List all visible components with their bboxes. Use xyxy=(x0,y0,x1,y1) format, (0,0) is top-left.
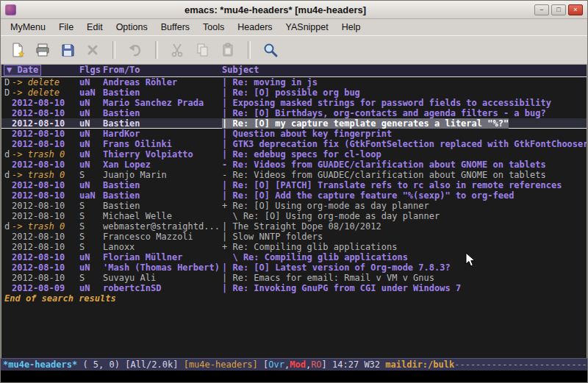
modeline-readonly-flag[interactable]: RO xyxy=(311,359,321,370)
undo-button[interactable] xyxy=(123,39,148,61)
close-buffer-button[interactable] xyxy=(80,39,105,61)
save-button[interactable] xyxy=(55,39,80,61)
undo-icon xyxy=(127,42,143,58)
header-subject[interactable]: Subject xyxy=(222,65,259,76)
close-x-icon xyxy=(85,42,101,58)
modeline-dashes: ----------------------------------------… xyxy=(454,359,587,370)
date-cell: -> trash 0 xyxy=(12,170,79,180)
mark-cell xyxy=(1,190,12,201)
flags-cell: uN xyxy=(79,149,103,160)
subject-cell: + Re: [O] Using org-mode as day planner xyxy=(222,201,429,211)
flags-cell: uN xyxy=(79,108,103,118)
mark-cell xyxy=(1,160,12,170)
modeline-major-mode[interactable]: [mu4e-headers] xyxy=(184,359,263,370)
flags-cell: uaN xyxy=(79,190,103,201)
menu-item-edit[interactable]: Edit xyxy=(80,21,110,34)
close-button[interactable]: × xyxy=(568,4,583,15)
subject-cell: | Question about key fingerprint xyxy=(222,129,392,139)
title-bar[interactable]: emacs: *mu4e-headers* [mu4e-headers] − □… xyxy=(1,1,587,19)
copy-button[interactable] xyxy=(190,39,215,61)
message-row[interactable]: 2012-08-09uNrobertcInSD| Re: Invoking Gn… xyxy=(1,283,587,293)
date-cell: 2012-08-10 xyxy=(12,252,79,262)
sort-column-date[interactable]: ▼ Date xyxy=(1,65,79,76)
subject-cell: | Re: [O] possible org bug xyxy=(222,87,360,98)
message-row[interactable]: D-> deleteuNAndreas Röhler| Re: moving i… xyxy=(1,77,587,87)
flags-cell: S xyxy=(79,242,103,252)
message-row[interactable]: d-> trash 0uNThierry Volpiatto| Re: edeb… xyxy=(1,149,587,160)
cut-button[interactable] xyxy=(165,39,190,61)
menu-item-options[interactable]: Options xyxy=(110,21,154,34)
mark-cell xyxy=(1,129,12,139)
message-row[interactable]: 2012-08-10SMichael Welle \ Re: [O] Using… xyxy=(1,211,587,221)
echo-area[interactable] xyxy=(1,371,587,382)
message-row[interactable]: d-> trash 0Swebmaster@straightd...| The … xyxy=(1,221,587,232)
menu-item-mymenu[interactable]: MyMenu xyxy=(4,21,52,34)
mark-cell: D xyxy=(1,77,12,87)
paste-icon xyxy=(220,42,236,58)
from-cell: Florian Müllner xyxy=(103,252,222,262)
message-row[interactable]: 2012-08-10uNBastien| Re: [O] my capture … xyxy=(1,118,587,129)
sort-date-label[interactable]: ▼ Date xyxy=(4,65,41,76)
header-from-to[interactable]: From/To xyxy=(103,65,222,76)
menu-item-yasnippet[interactable]: YASnippet xyxy=(279,21,335,34)
message-row[interactable]: 2012-08-10uNFrans Oilinki| GTK3 deprecat… xyxy=(1,139,587,149)
search-button[interactable] xyxy=(258,39,283,61)
from-cell: Bastien xyxy=(103,190,222,201)
subject-cell: | Re: moving in js xyxy=(222,77,318,87)
subject-cell: | GTK3 deprecation fix (GtkFontSelection… xyxy=(222,139,587,149)
date-cell: 2012-08-10 xyxy=(12,190,79,201)
from-cell: Bastien xyxy=(103,118,222,129)
message-row[interactable]: 2012-08-10SLanoxx+ Re: Compiling glib ap… xyxy=(1,242,587,252)
flags-cell: uN xyxy=(79,160,103,170)
message-row[interactable]: 2012-08-10uaNBastien| Re: [O] Add the ca… xyxy=(1,190,587,201)
print-button[interactable] xyxy=(30,39,55,61)
from-cell: Bastien xyxy=(103,201,222,211)
message-row[interactable]: d-> trash 0SJuanjo Marin- Re: Videos fro… xyxy=(1,170,587,180)
mark-cell xyxy=(1,283,12,293)
mouse-cursor xyxy=(465,252,476,268)
modeline-buffer-name[interactable]: *mu4e-headers* xyxy=(3,359,77,370)
flags-cell: S xyxy=(79,232,103,242)
flags-cell: uaN xyxy=(79,87,103,98)
mark-cell xyxy=(1,108,12,118)
from-cell: Bastien xyxy=(103,87,222,98)
header-flags[interactable]: Flgs xyxy=(79,65,103,76)
message-row[interactable]: D-> deleteuaNBastien| Re: [O] possible o… xyxy=(1,87,587,98)
from-cell: Juanjo Marin xyxy=(103,170,222,180)
message-row[interactable]: 2012-08-10uNBastien| Re: [O] Birthdays, … xyxy=(1,108,587,118)
new-file-button[interactable] xyxy=(5,39,30,61)
menu-item-headers[interactable]: Headers xyxy=(231,21,279,34)
flags-cell: uN xyxy=(79,129,103,139)
toolbar-separator xyxy=(155,41,158,59)
modeline-maildir: maildir:/bulk xyxy=(385,359,454,370)
modeline-position: ( 5, 0) xyxy=(77,359,125,370)
new-file-icon xyxy=(10,42,26,58)
paste-button[interactable] xyxy=(215,39,240,61)
subject-cell: | Re: [O] Add the capture feature "%(sex… xyxy=(222,190,514,201)
menu-item-tools[interactable]: Tools xyxy=(196,21,231,34)
subject-cell: \ Re: [O] Using org-mode as day planner xyxy=(222,211,440,221)
message-row[interactable]: 2012-08-10uNBastien| Re: [O] [PATCH] Tra… xyxy=(1,180,587,190)
maximize-button[interactable]: □ xyxy=(551,4,566,15)
date-cell: 2012-08-10 xyxy=(12,108,79,118)
message-row[interactable]: 2012-08-10uNHardKor| Question about key … xyxy=(1,129,587,139)
modeline-modified-flag[interactable]: Mod xyxy=(290,359,306,370)
message-row[interactable]: 2012-08-10uN'Mash (Thomas Herbert)| Re: … xyxy=(1,262,587,273)
message-row[interactable]: 2012-08-10SBastien+ Re: [O] Using org-mo… xyxy=(1,201,587,211)
menu-item-buffers[interactable]: Buffers xyxy=(154,21,196,34)
subject-cell: \ Re: Compiling glib applications xyxy=(222,252,408,262)
mark-cell: d xyxy=(1,149,12,160)
menu-item-help[interactable]: Help xyxy=(335,21,368,34)
message-row[interactable]: 2012-08-10SSuvayu Ali| Re: Emacs for ema… xyxy=(1,273,587,283)
headers-buffer[interactable]: ▼ DateFlgsFrom/ToSubject D-> deleteuNAnd… xyxy=(1,65,587,358)
from-cell: Thierry Volpiatto xyxy=(103,149,222,160)
message-row[interactable]: 2012-08-10uNXan Lopez- Re: Videos from G… xyxy=(1,160,587,170)
message-list: D-> deleteuNAndreas Röhler| Re: moving i… xyxy=(1,77,587,293)
date-cell: -> delete xyxy=(12,77,79,87)
message-row[interactable]: 2012-08-10uNFlorian Müllner \ Re: Compil… xyxy=(1,252,587,262)
message-row[interactable]: 2012-08-10SFrancesco Mazzoli| Slow NNTP … xyxy=(1,232,587,242)
minimize-button[interactable]: − xyxy=(534,4,549,15)
flags-cell: uN xyxy=(79,118,103,129)
menu-item-file[interactable]: File xyxy=(52,21,80,34)
message-row[interactable]: 2012-08-10uNMario Sanchez Prada| Exposin… xyxy=(1,98,587,108)
